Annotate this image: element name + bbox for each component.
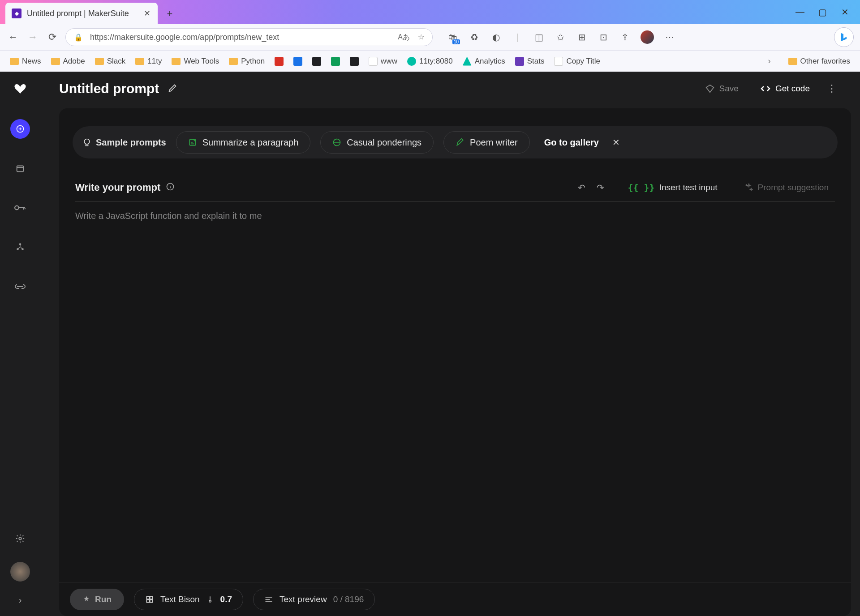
svg-point-3 [19,243,22,245]
favorites-icon[interactable]: ✩ [555,31,566,43]
browser-toolbar-icons: 🛍10 ♻ ◐ | ◫ ✩ ⊞ ⊡ ⇪ ⋯ [447,30,675,44]
svg-rect-14 [150,599,153,602]
tab-close-button[interactable]: ✕ [142,9,151,18]
info-icon[interactable] [166,182,175,193]
thermometer-icon [206,595,214,603]
other-favorites-folder[interactable]: Other favorites [786,55,853,68]
svg-point-7 [84,139,90,145]
bookmark-copytitle[interactable]: Copy Title [551,55,603,68]
save-button[interactable]: Save [705,84,739,94]
bookmark-icon-5[interactable] [347,55,361,68]
dismiss-chips-button[interactable]: ✕ [612,137,620,148]
window-controls: — ▢ ✕ [796,7,860,17]
nav-network-icon[interactable] [10,237,30,257]
bookmark-icon-4[interactable] [328,55,343,68]
prompt-suggestion-button[interactable]: Prompt suggestion [738,183,835,192]
page-title: Untitled prompt [59,81,159,96]
reload-button[interactable]: ⟳ [46,30,59,44]
model-selector[interactable]: Text Bison 0.7 [134,589,243,610]
insert-test-input-button[interactable]: {{ }} Insert test input [621,182,723,193]
svg-rect-13 [146,599,149,602]
svg-point-6 [19,537,22,540]
performance-icon[interactable]: ◐ [490,31,502,43]
page-header: Untitled prompt Save Get code ⋮ [40,72,851,106]
url-text: https://makersuite.google.com/app/prompt… [90,33,391,42]
browser-titlebar: ◆ Untitled prompt | MakerSuite ✕ + — ▢ ✕ [0,0,860,24]
favorite-star-icon[interactable]: ☆ [418,33,424,42]
sidebar-icon[interactable]: ◫ [533,31,545,43]
bookmark-11ty[interactable]: 11ty [133,55,164,68]
bookmark-icon-1[interactable] [272,55,286,68]
bookmark-slack[interactable]: Slack [92,55,129,68]
sample-prompts-label: Sample prompts [82,137,166,148]
chip-poem[interactable]: Poem writer [443,131,530,154]
bookmarks-overflow-button[interactable]: › [763,56,776,66]
shopping-icon[interactable]: 🛍10 [447,31,459,43]
edit-title-icon[interactable] [168,83,178,94]
braces-icon: {{ }} [628,182,654,193]
chip-casual[interactable]: Casual ponderings [320,131,434,154]
bookmark-11ty8080[interactable]: 11ty:8080 [404,55,456,68]
prompt-editor[interactable]: Write a JavaScript function and explain … [59,202,851,582]
bookmark-stats[interactable]: Stats [512,55,547,68]
svg-rect-1 [17,166,24,172]
new-tab-button[interactable]: + [162,6,177,21]
left-sidebar: › [0,72,40,616]
close-window-button[interactable]: ✕ [840,7,849,17]
bookmark-adobe[interactable]: Adobe [48,55,88,68]
bookmarks-bar: News Adobe Slack 11ty Web Tools Python w… [0,50,860,72]
settings-gear-icon[interactable] [10,529,30,548]
nav-key-icon[interactable] [10,198,30,218]
bookmark-webtools[interactable]: Web Tools [169,55,222,68]
user-avatar[interactable] [10,562,30,582]
svg-rect-11 [146,596,149,599]
redo-button[interactable]: ↷ [593,182,607,193]
get-code-button[interactable]: Get code [760,83,810,94]
new-prompt-button[interactable] [10,119,30,139]
bookmark-icon-2[interactable] [291,55,305,68]
profile-avatar-icon[interactable] [641,30,654,44]
tab-favicon-icon: ◆ [12,9,22,18]
reading-mode-icon[interactable]: Aあ [398,33,410,42]
collapse-sidebar-button[interactable]: › [19,595,22,605]
prompt-heading: Write your prompt [75,182,160,193]
nav-library-icon[interactable] [10,158,30,178]
go-to-gallery-link[interactable]: Go to gallery [544,137,599,148]
run-button[interactable]: Run [70,589,124,610]
nav-link-icon[interactable] [10,277,30,296]
svg-rect-12 [150,596,153,599]
app-container: › Untitled prompt Save Get code ⋮ [0,72,860,616]
app-logo-icon[interactable] [12,81,28,99]
text-preview-pill[interactable]: Text preview 0 / 8196 [253,589,375,610]
recycle-icon[interactable]: ♻ [469,31,480,43]
bing-chat-button[interactable] [834,27,854,47]
bookmark-news[interactable]: News [7,55,44,68]
content-card: Sample prompts Summarize a paragraph Cas… [59,108,851,616]
collections-icon[interactable]: ⊞ [576,31,588,43]
browser-tab[interactable]: ◆ Untitled prompt | MakerSuite ✕ [5,3,158,24]
divider: | [512,31,523,43]
address-bar[interactable]: 🔒 https://makersuite.google.com/app/prom… [65,28,433,46]
bookmark-www[interactable]: www [366,55,400,68]
footer-bar: Run Text Bison 0.7 Text preview 0 / 8196 [59,582,851,616]
share-icon[interactable]: ⇪ [619,31,631,43]
prompt-toolbar: Write your prompt ↶ ↷ {{ }} Insert test … [75,182,835,202]
more-menu-icon[interactable]: ⋯ [664,31,675,43]
maximize-button[interactable]: ▢ [818,7,827,17]
undo-button[interactable]: ↶ [575,182,588,193]
extensions-icon[interactable]: ⊡ [598,31,609,43]
token-count: 0 / 8196 [333,595,364,604]
sample-prompts-row: Sample prompts Summarize a paragraph Cas… [73,126,838,158]
back-button[interactable]: ← [6,30,20,44]
chip-summarize[interactable]: Summarize a paragraph [176,131,311,154]
bookmark-icon-3[interactable] [310,55,324,68]
forward-button[interactable]: → [26,30,39,44]
minimize-button[interactable]: — [796,7,804,17]
svg-point-2 [15,206,19,210]
bookmark-python[interactable]: Python [226,55,267,68]
main-area: Untitled prompt Save Get code ⋮ Sample p… [40,72,860,616]
bookmark-analytics[interactable]: Analytics [460,55,508,68]
url-bar-row: ← → ⟳ 🔒 https://makersuite.google.com/ap… [0,24,860,50]
prompt-text: Write a JavaScript function and explain … [75,211,835,221]
more-options-button[interactable]: ⋮ [827,83,837,94]
